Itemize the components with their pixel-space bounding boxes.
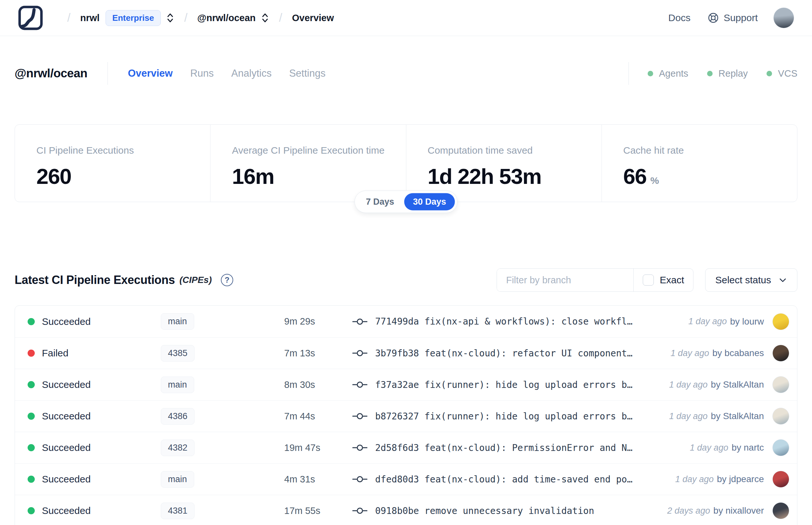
table-row[interactable]: Succeeded main 4m 31s dfed80d3 feat(nx-c…: [15, 463, 797, 495]
table-row[interactable]: Failed 4385 7m 13s 3b79fb38 feat(nx-clou…: [15, 337, 797, 369]
service-agents[interactable]: Agents: [648, 68, 688, 79]
docs-link[interactable]: Docs: [669, 12, 691, 24]
branch-filter-input[interactable]: [497, 269, 633, 291]
author-avatar[interactable]: [772, 345, 789, 362]
service-vcs[interactable]: VCS: [767, 68, 797, 79]
table-row[interactable]: Succeeded 4381 17m 55s 0918b0be remove u…: [15, 495, 797, 525]
breadcrumb-separator: /: [67, 11, 71, 25]
nav-actions: Docs Support: [669, 7, 794, 28]
status-label: Succeeded: [42, 411, 91, 422]
commit-message[interactable]: b8726327 fix(runner): hide log upload er…: [375, 411, 632, 422]
branch-cell: main: [161, 313, 284, 330]
stat-value: 66: [623, 164, 647, 189]
author-avatar[interactable]: [772, 439, 789, 456]
commit-time: 1 day ago: [671, 348, 709, 358]
support-label: Support: [724, 12, 758, 24]
breadcrumb-workspace[interactable]: @nrwl/ocean: [197, 13, 256, 24]
workspace-title: @nrwl/ocean: [15, 66, 87, 80]
user-avatar[interactable]: [773, 7, 794, 28]
git-commit-icon: [352, 349, 367, 358]
status-dot-icon: [28, 349, 35, 357]
help-icon[interactable]: ?: [221, 274, 233, 286]
commit-author[interactable]: by StalkAltan: [711, 379, 764, 390]
author-avatar[interactable]: [772, 408, 789, 425]
branch-badge[interactable]: 4386: [161, 408, 195, 425]
branch-cell: 4381: [161, 502, 284, 519]
breadcrumb-separator: /: [279, 11, 282, 25]
table-row[interactable]: Succeeded 4382 19m 47s 2d58f6d3 feat(nx-…: [15, 432, 797, 463]
tab-analytics[interactable]: Analytics: [231, 68, 272, 79]
range-7-days-button[interactable]: 7 Days: [357, 193, 403, 211]
workspace-tabs: Overview Runs Analytics Settings: [128, 68, 325, 79]
branch-badge[interactable]: 4381: [161, 502, 195, 519]
range-30-days-button[interactable]: 30 Days: [404, 193, 455, 211]
branch-badge[interactable]: main: [161, 376, 194, 393]
commit-author[interactable]: by nartc: [732, 442, 764, 453]
commit-message[interactable]: 771499da fix(nx-api & workflows): close …: [375, 316, 632, 327]
org-switcher-icon[interactable]: [166, 12, 174, 24]
tab-overview[interactable]: Overview: [128, 68, 173, 79]
commit-author[interactable]: by nixallover: [713, 506, 764, 516]
support-link[interactable]: Support: [707, 12, 758, 24]
commit-message[interactable]: 0918b0be remove unnecessary invalidation: [375, 506, 594, 516]
commit-message[interactable]: 2d58f6d3 feat(nx-cloud): PermissionError…: [375, 442, 632, 453]
select-status-dropdown[interactable]: Select status: [705, 268, 797, 292]
stat-card-ci-executions: CI Pipeline Executions 260: [15, 125, 210, 202]
breadcrumb: / nrwl Enterprise / @nrwl/ocean / Overvi…: [58, 10, 334, 26]
divider: [628, 62, 629, 85]
breadcrumb-org[interactable]: nrwl: [80, 13, 100, 24]
author-avatar[interactable]: [772, 376, 789, 393]
branch-badge[interactable]: 4382: [161, 439, 195, 456]
commit-cell: 3b79fb38 feat(nx-cloud): refactor UI com…: [352, 348, 664, 359]
commit-author[interactable]: by jdpearce: [717, 474, 764, 484]
commit-cell: 0918b0be remove unnecessary invalidation: [352, 506, 661, 516]
breadcrumb-page: Overview: [292, 13, 334, 24]
status-dot-icon: [28, 318, 35, 325]
commit-cell: f37a32ae fix(runner): hide log upload er…: [352, 379, 663, 390]
exact-match-toggle[interactable]: Exact: [634, 269, 693, 291]
git-commit-icon: [352, 506, 367, 515]
service-status-group: Agents Replay VCS: [628, 62, 797, 85]
stat-label: Computation time saved: [428, 145, 592, 156]
commit-time: 1 day ago: [688, 316, 727, 327]
meta-cell: 1 day ago by bcabanes: [671, 345, 789, 362]
table-row[interactable]: Succeeded main 9m 29s 771499da fix(nx-ap…: [15, 306, 797, 337]
author-avatar[interactable]: [772, 313, 789, 330]
select-status-label: Select status: [715, 274, 771, 286]
meta-cell: 1 day ago by StalkAltan: [669, 376, 789, 393]
tab-runs[interactable]: Runs: [190, 68, 214, 79]
stat-label: CI Pipeline Executions: [36, 145, 200, 156]
status-dot-icon: [648, 71, 653, 76]
author-avatar[interactable]: [772, 471, 789, 487]
exact-checkbox[interactable]: [643, 274, 654, 286]
tab-settings[interactable]: Settings: [289, 68, 325, 79]
nx-cloud-logo-icon[interactable]: [18, 5, 43, 31]
commit-time: 1 day ago: [669, 411, 708, 421]
table-row[interactable]: Succeeded 4386 7m 44s b8726327 fix(runne…: [15, 400, 797, 432]
commit-author[interactable]: by bcabanes: [712, 348, 764, 358]
branch-badge[interactable]: main: [161, 313, 194, 330]
commit-author[interactable]: by StalkAltan: [711, 411, 764, 421]
commit-time: 1 day ago: [669, 380, 708, 390]
cipe-title-suffix: (CIPEs): [179, 275, 212, 285]
author-avatar[interactable]: [772, 502, 789, 519]
meta-cell: 1 day ago by jdpearce: [675, 471, 789, 487]
branch-badge[interactable]: main: [161, 471, 194, 487]
stat-value: 16m: [232, 164, 274, 189]
docs-label: Docs: [669, 12, 691, 24]
status-cell: Succeeded: [28, 505, 161, 516]
branch-cell: 4386: [161, 408, 284, 425]
table-row[interactable]: Succeeded main 8m 30s f37a32ae fix(runne…: [15, 369, 797, 400]
workspace-switcher-icon[interactable]: [261, 12, 269, 24]
status-dot-icon: [28, 476, 35, 483]
meta-cell: 1 day ago by nartc: [690, 439, 789, 456]
service-label: Replay: [718, 68, 748, 79]
commit-message[interactable]: 3b79fb38 feat(nx-cloud): refactor UI com…: [375, 348, 632, 359]
commit-message[interactable]: f37a32ae fix(runner): hide log upload er…: [375, 379, 632, 390]
service-replay[interactable]: Replay: [707, 68, 748, 79]
commit-message[interactable]: dfed80d3 feat(nx-cloud): add time-saved …: [375, 474, 632, 485]
commit-author[interactable]: by lourw: [730, 316, 764, 327]
branch-filter-group: Exact: [496, 268, 693, 292]
git-commit-icon: [352, 475, 367, 484]
branch-badge[interactable]: 4385: [161, 345, 195, 362]
